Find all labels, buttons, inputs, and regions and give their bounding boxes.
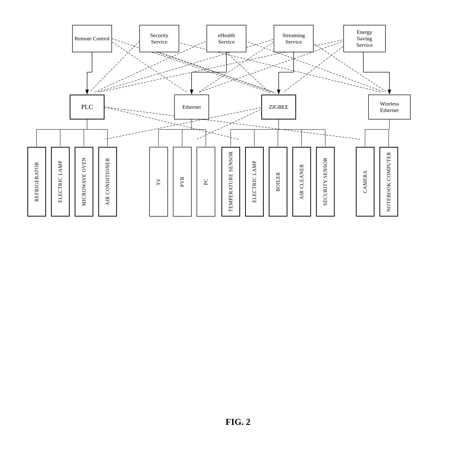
boiler-box: BOILER xyxy=(269,147,287,217)
notebook-box: NOTEBOOK COMPUTER xyxy=(379,147,398,217)
electric-lamp-label: ELECTRIC LAMP xyxy=(57,161,63,203)
zigbee-label: ZIGBEE xyxy=(269,104,288,110)
notebook-label: NOTEBOOK COMPUTER xyxy=(386,152,392,212)
air-conditioner-label: AIR CONDITIONER xyxy=(105,158,110,205)
pvr-label: PVR xyxy=(179,176,185,187)
temperature-sensor-label: TEMPERATURE SENSOR xyxy=(228,151,234,212)
remote-control-label: Remote Control xyxy=(74,35,109,42)
tv-box: TV xyxy=(149,147,168,217)
air-cleaner-label: AIR CLEANER xyxy=(299,164,305,200)
pc-label: PC xyxy=(203,178,209,185)
tv-label: TV xyxy=(156,178,161,185)
svg-line-54 xyxy=(159,52,276,93)
ehealth-service-box: eHealthService xyxy=(207,25,246,52)
streaming-service-box: StreamingService xyxy=(274,25,314,52)
connection-lines xyxy=(0,0,476,457)
remote-control-box: Remote Control xyxy=(72,25,112,52)
boiler-label: BOILER xyxy=(275,172,281,191)
wireless-ethernet-label: WirelessEthernet xyxy=(380,101,399,114)
plc-label: PLC xyxy=(81,103,93,111)
security-sensor-box: SECURITY SENSOR xyxy=(316,147,335,217)
pc-box: PC xyxy=(197,147,215,217)
air-cleaner-box: AIR CLEANER xyxy=(292,147,311,217)
pvr-box: PVR xyxy=(173,147,192,217)
electric-lamp2-label: ELECTRIC LAMP xyxy=(252,161,257,203)
camera-label: CAMERA xyxy=(362,170,368,193)
temperature-sensor-box: TEMPERATURE SENSOR xyxy=(221,147,240,217)
camera-box: CAMERA xyxy=(356,147,374,217)
air-conditioner-box: AIR CONDITIONER xyxy=(98,147,117,217)
microwave-oven-label: MICROWAVE OVEN xyxy=(81,157,87,206)
ehealth-service-label: eHealthService xyxy=(218,32,235,45)
security-service-box: SecurityService xyxy=(139,25,179,52)
svg-line-50 xyxy=(105,107,239,139)
ethernet-box: Ethernet xyxy=(174,95,209,119)
energy-saving-box: EnergySavingService xyxy=(343,25,386,52)
streaming-service-label: StreamingService xyxy=(282,32,305,45)
diagram: Remote Control SecurityService eHealthSe… xyxy=(0,0,476,457)
electric-lamp2-box: ELECTRIC LAMP xyxy=(245,147,264,217)
wireless-ethernet-box: WirelessEthernet xyxy=(368,95,411,119)
microwave-oven-box: MICROWAVE OVEN xyxy=(75,147,93,217)
svg-line-51 xyxy=(105,107,361,139)
ethernet-label: Ethernet xyxy=(182,104,201,110)
security-service-label: SecurityService xyxy=(150,32,168,45)
security-sensor-label: SECURITY SENSOR xyxy=(322,158,328,206)
refrigerator-box: REFRIGERATOR xyxy=(27,147,46,217)
plc-box: PLC xyxy=(70,95,105,119)
figure-label: FIG. 2 xyxy=(225,417,250,427)
refrigerator-label: REFRIGERATOR xyxy=(34,162,40,202)
electric-lamp-box: ELECTRIC LAMP xyxy=(51,147,70,217)
zigbee-box: ZIGBEE xyxy=(261,95,296,119)
energy-saving-label: EnergySavingService xyxy=(356,29,373,48)
